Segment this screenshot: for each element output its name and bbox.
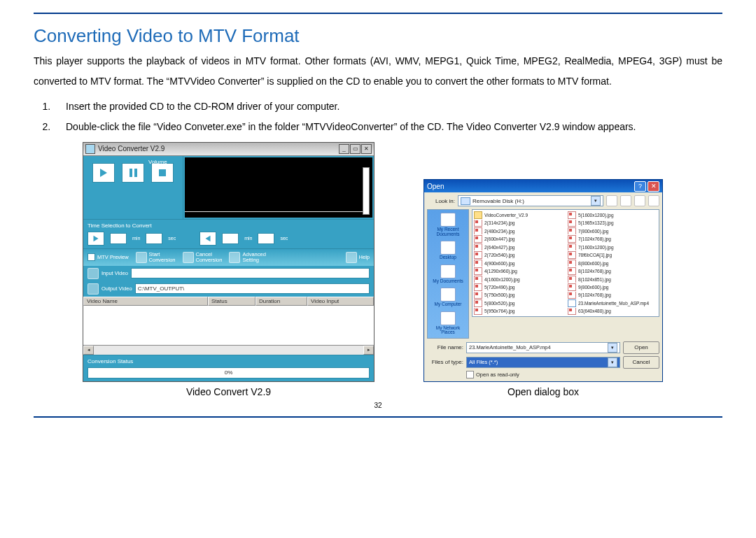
filename-input[interactable]: 23.MarieAntoinette_Mob_ASP.mp4▾ <box>466 342 620 353</box>
od-titlebar[interactable]: Open ? ✕ <box>424 180 662 192</box>
list-item[interactable]: 8(1024x851).jpg <box>568 276 657 283</box>
start-marker-button[interactable] <box>88 232 104 246</box>
jpg-file-icon <box>474 243 482 250</box>
cancel-conversion-button[interactable]: CancelConversion <box>183 252 223 263</box>
filetype-drop-button[interactable]: ▾ <box>608 358 617 367</box>
jpg-file-icon <box>568 283 576 290</box>
list-item[interactable]: 5(950x764).jpg <box>474 308 564 315</box>
jpg-file-icon <box>474 251 482 258</box>
place-mycomp[interactable]: My Computer <box>434 288 461 307</box>
end-sec-input[interactable] <box>258 233 274 244</box>
new-folder-button[interactable] <box>634 195 645 206</box>
advanced-setting-button[interactable]: AdvancedSetting <box>229 252 265 263</box>
open-button[interactable]: Open <box>623 341 659 354</box>
volume-label: Volume <box>148 159 167 165</box>
jpg-file-icon <box>474 260 482 267</box>
dialog-close-button[interactable]: ✕ <box>648 181 659 192</box>
list-item[interactable]: 5(720x490).jpg <box>474 283 564 290</box>
view-menu-button[interactable] <box>648 195 659 206</box>
seek-track[interactable] <box>185 211 363 212</box>
list-item[interactable]: 2(640x427).jpg <box>474 243 564 250</box>
end-min-input[interactable] <box>222 233 239 244</box>
readonly-row[interactable]: Open as read-only <box>466 371 659 378</box>
arrow-right-icon <box>94 235 99 241</box>
list-item[interactable]: 2(600x447).jpg <box>474 235 564 242</box>
list-item[interactable]: 5(800x520).jpg <box>474 299 564 306</box>
video-list-body[interactable] <box>83 306 374 345</box>
filename-label: File name: <box>427 344 463 351</box>
list-item[interactable]: 2(480x234).jpg <box>474 227 564 234</box>
list-item[interactable]: 2(314x234).jpg <box>474 220 564 227</box>
input-video-path[interactable] <box>131 268 370 278</box>
list-item[interactable]: 8(1024x768).jpg <box>568 267 657 274</box>
end-marker-button[interactable] <box>200 232 216 246</box>
jpg-file-icon <box>474 276 482 283</box>
place-mydocs[interactable]: My Documents <box>433 264 463 284</box>
col-video-input[interactable]: Video Input <box>307 297 374 306</box>
manual-page: Converting Video to MTV Format This play… <box>0 0 756 538</box>
scroll-track[interactable] <box>94 346 363 355</box>
list-item[interactable]: 4(900x600).jpg <box>474 260 564 267</box>
cancel-button[interactable]: Cancel <box>623 356 659 369</box>
place-recent-label: My Recent Documents <box>437 227 460 236</box>
jpg-file-icon <box>474 308 482 315</box>
list-item[interactable]: 7(1024x768).jpg <box>568 235 657 242</box>
list-item[interactable]: 7(1600x1200).jpg <box>568 243 657 250</box>
minimize-button[interactable]: _ <box>339 144 349 154</box>
chevron-down-icon[interactable]: ▾ <box>591 196 601 206</box>
col-status[interactable]: Status <box>208 297 255 306</box>
place-mynet[interactable]: My Network Places <box>436 311 460 335</box>
filename-history-button[interactable]: ▾ <box>608 343 617 353</box>
output-video-label: Output Video <box>102 286 132 292</box>
scroll-right-button[interactable]: ▸ <box>363 346 374 355</box>
mtv-preview-toggle[interactable]: MTV Preview <box>88 253 129 261</box>
list-item[interactable]: 9(800x600).jpg <box>568 283 657 290</box>
mycomp-icon <box>440 288 456 302</box>
vc-titlebar[interactable]: Video Converter V2.9 _ ▭ ✕ <box>83 143 374 156</box>
file-list[interactable]: VideoConverter_V2.92(314x234).jpg2(480x2… <box>472 209 659 317</box>
volume-slider[interactable] <box>363 167 370 215</box>
play-button[interactable] <box>92 163 115 183</box>
list-item[interactable]: 5(1600x1200).jpg <box>568 211 657 218</box>
stop-button[interactable] <box>151 163 174 183</box>
start-conversion-button[interactable]: StartConversion <box>136 252 176 263</box>
list-scrollbar[interactable]: ◂ ▸ <box>83 345 374 355</box>
col-duration[interactable]: Duration <box>255 297 307 306</box>
dialog-help-button[interactable]: ? <box>634 181 646 192</box>
list-item[interactable]: 4(1290x960).jpg <box>474 267 564 274</box>
list-item[interactable]: 23.MarieAntoinette_Mob_ASP.mp4 <box>568 299 657 306</box>
list-item[interactable]: 63(640x480).jpg <box>568 308 657 315</box>
folder-file-icon <box>474 211 482 218</box>
look-in-combo[interactable]: Removable Disk (H:) ▾ <box>458 195 603 206</box>
output-folder-icon[interactable] <box>88 283 99 295</box>
list-item[interactable]: 2(720x540).jpg <box>474 251 564 258</box>
list-item[interactable]: 9(1024x768).jpg <box>568 292 657 299</box>
pause-button[interactable] <box>122 163 144 183</box>
readonly-label: Open as read-only <box>476 371 519 378</box>
list-item[interactable]: 78f6bCOA[1].jpg <box>568 251 657 258</box>
input-folder-icon[interactable] <box>88 268 99 279</box>
start-min-input[interactable] <box>110 233 127 244</box>
place-desktop[interactable]: Desktop <box>440 241 456 260</box>
readonly-checkbox[interactable] <box>466 371 474 378</box>
file-name: 7(800x600).jpg <box>578 229 608 234</box>
list-item[interactable]: 5(750x500).jpg <box>474 292 564 299</box>
back-button[interactable] <box>606 195 617 206</box>
place-recent[interactable]: My Recent Documents <box>437 213 460 236</box>
filetype-combo[interactable]: All Files (*.*)▾ <box>466 357 620 368</box>
list-item[interactable]: 4(1600x1200).jpg <box>474 276 564 283</box>
scroll-left-button[interactable]: ◂ <box>83 346 94 355</box>
up-folder-button[interactable] <box>620 195 631 206</box>
maximize-button[interactable]: ▭ <box>350 144 360 154</box>
close-button[interactable]: ✕ <box>361 144 372 154</box>
help-button[interactable]: Help <box>346 252 370 263</box>
col-video-name[interactable]: Video Name <box>83 297 208 306</box>
list-item[interactable]: VideoConverter_V2.9 <box>474 211 564 218</box>
list-item[interactable]: 5(1985x1323).jpg <box>568 220 657 227</box>
file-name: 63(640x480).jpg <box>578 309 611 313</box>
list-item[interactable]: 8(800x600).jpg <box>568 260 657 267</box>
start-sec-input[interactable] <box>146 233 162 244</box>
list-item[interactable]: 7(800x600).jpg <box>568 227 657 234</box>
output-video-path[interactable]: C:\MTV_OUTPUT\ <box>135 283 370 294</box>
file-name: 23.MarieAntoinette_Mob_ASP.mp4 <box>578 301 649 306</box>
